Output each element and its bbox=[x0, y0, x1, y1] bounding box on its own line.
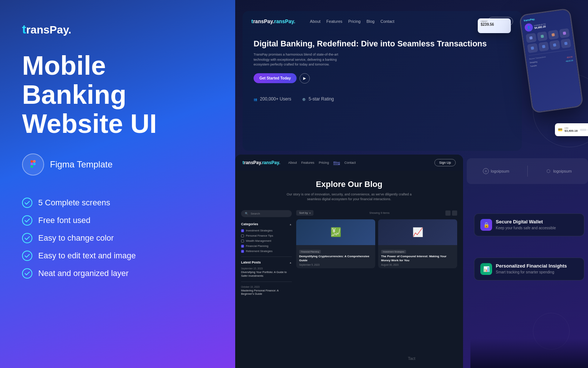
grid-view-icon[interactable] bbox=[445, 210, 451, 216]
svg-rect-1 bbox=[33, 160, 36, 163]
blog-divider-2 bbox=[241, 282, 292, 282]
preview-logo: transPay.ransPay. bbox=[251, 18, 295, 24]
phone-grid bbox=[526, 28, 571, 53]
preview-stat-1: 👥 200,000+ Users bbox=[254, 96, 291, 102]
blog-category-label-1: Investment Strategies bbox=[246, 229, 273, 232]
preview-cta-button[interactable]: Get Started Today bbox=[254, 73, 297, 83]
blog-card-1[interactable]: 💹 Financial Planning Demystifying Crypto… bbox=[296, 219, 375, 268]
blog-category-5[interactable]: ✓ Retirement Strategies bbox=[241, 250, 292, 253]
blog-preview: transPay.ransPay. About Features Pricing… bbox=[235, 155, 463, 368]
preview-nav-pricing[interactable]: Pricing bbox=[348, 19, 361, 24]
preview-play-button[interactable]: ▶ bbox=[300, 73, 310, 84]
phone-screen: transPay. 👤 KARMA BYTE $4,682.20 bbox=[520, 9, 582, 112]
blog-nav-features[interactable]: Features bbox=[301, 161, 315, 165]
preview-cta-row: Get Started Today ▶ bbox=[254, 73, 511, 84]
check-icon-5 bbox=[22, 268, 32, 279]
blog-sidebar: 🔍 Search Categories ▲ ✓ Investment Strat… bbox=[241, 210, 296, 299]
feature-card-insights-title: Personalized Financial Insights bbox=[496, 263, 567, 269]
list-view-icon[interactable] bbox=[452, 210, 457, 216]
blog-card-2[interactable]: 📈 Investment Strategies The Power of Com… bbox=[378, 219, 457, 268]
phone-grid-item-3 bbox=[548, 30, 559, 40]
card-float-credit: CREDIT $239.56 bbox=[478, 18, 511, 33]
figma-label: Figma Template bbox=[50, 159, 112, 170]
blog-nav-about[interactable]: About bbox=[288, 161, 297, 165]
feature-text-4: Easy to edit text and image bbox=[38, 251, 136, 261]
main-title: Mobile Banking Website UI bbox=[22, 51, 213, 139]
feature-card-insights-info: Personalized Financial Insights Smart tr… bbox=[496, 263, 567, 275]
insights-icon: 📊 bbox=[480, 263, 492, 275]
phone-grid-item-5 bbox=[527, 43, 538, 53]
logoipsum-2: ⬡ logoipsum bbox=[545, 168, 571, 174]
feature-item-2: Free font used bbox=[22, 215, 213, 226]
svg-rect-3 bbox=[31, 165, 33, 168]
feature-item-5: Neat and organized layer bbox=[22, 268, 213, 279]
svg-point-9 bbox=[22, 269, 32, 278]
blog-nav-contact[interactable]: Contact bbox=[344, 161, 356, 165]
blog-category-4[interactable]: ✓ Financial Planning bbox=[241, 244, 292, 248]
preview-nav-about[interactable]: About bbox=[310, 19, 320, 24]
phone-grid-item-2 bbox=[537, 31, 548, 41]
left-panel: transPay. Mobile Banking Website UI Figm… bbox=[0, 0, 235, 368]
blog-card-2-date: August 30, 2023 bbox=[381, 263, 454, 266]
feature-card-secure-title: Secure Digital Wallet bbox=[496, 219, 556, 224]
blog-category-label-5: Retirement Strategies bbox=[246, 250, 273, 253]
blog-categories-title: Categories ▲ bbox=[241, 222, 292, 226]
blog-view-icons bbox=[445, 210, 457, 216]
logo-strip: ◎ logoipsum ⬡ logoipsum bbox=[467, 158, 588, 184]
search-placeholder: Search bbox=[251, 212, 260, 215]
blog-sort-dropdown[interactable]: Sort by ▾ bbox=[296, 210, 313, 216]
blog-card-2-tag: Investment Strategies bbox=[381, 250, 406, 254]
blog-divider bbox=[241, 256, 292, 257]
phone-grid-item-4 bbox=[559, 28, 570, 38]
feature-item-3: Easy to change color bbox=[22, 233, 213, 243]
svg-point-8 bbox=[22, 251, 32, 261]
blog-category-checkbox-1[interactable]: ✓ bbox=[241, 229, 244, 232]
blog-category-1[interactable]: ✓ Investment Strategies bbox=[241, 229, 292, 232]
phone-main: transPay. 👤 KARMA BYTE $4,682.20 bbox=[519, 8, 584, 114]
blog-post-2-title: Mastering Personal Finance: A Beginner's… bbox=[241, 289, 292, 296]
blog-category-checkbox-2[interactable] bbox=[241, 234, 244, 237]
blog-category-2[interactable]: Personal Finance Tips bbox=[241, 234, 292, 237]
blog-post-2[interactable]: October 10, 2023 Mastering Personal Fina… bbox=[241, 286, 292, 296]
feature-card-secure-header: 🔒 Secure Digital Wallet Keep your funds … bbox=[480, 219, 578, 231]
svg-point-6 bbox=[22, 216, 32, 225]
preview-nav-contact[interactable]: Contact bbox=[380, 19, 394, 24]
blog-post-1-title: Diversifying Your Portfolio: A Guide to … bbox=[241, 270, 292, 278]
blog-card-1-title: Demystifying Cryptocurrencies: A Compreh… bbox=[299, 255, 372, 262]
blog-hero: Explore Our Blog Our story is one of inn… bbox=[235, 171, 463, 206]
svg-point-7 bbox=[22, 233, 32, 243]
preview-nav-features[interactable]: Features bbox=[326, 19, 342, 24]
features-list: 5 Complete screens Free font used Easy t… bbox=[22, 198, 213, 279]
search-icon: 🔍 bbox=[245, 212, 248, 215]
blog-title: Explore Our Blog bbox=[243, 180, 456, 189]
blog-category-3[interactable]: Wealth Management bbox=[241, 239, 292, 243]
blog-category-checkbox-3[interactable] bbox=[241, 240, 244, 243]
right-area: transPay.ransPay. About Features Pricing… bbox=[235, 0, 588, 368]
logoipsum-2-icon: ⬡ bbox=[545, 168, 551, 174]
blog-category-checkbox-5[interactable]: ✓ bbox=[241, 250, 244, 253]
preview-nav-blog[interactable]: Blog bbox=[366, 19, 374, 24]
preview-stat-2: ⚙️ 5-star Rating bbox=[302, 96, 334, 102]
check-icon-1 bbox=[22, 198, 32, 208]
blog-nav-blog[interactable]: Blog bbox=[333, 161, 340, 165]
blog-category-label-2: Personal Finance Tips bbox=[246, 234, 273, 237]
logoipsum-1-icon: ◎ bbox=[483, 168, 489, 174]
card-float-credit-amount: $239.56 bbox=[481, 22, 508, 26]
blog-post-1[interactable]: September 15, 2023 Diversifying Your Por… bbox=[241, 267, 292, 278]
blog-content: 🔍 Search Categories ▲ ✓ Investment Strat… bbox=[235, 210, 463, 299]
card-float-usd: 💳 USD $3,400.18 bbox=[555, 123, 588, 136]
preview-hero-text: Digital Banking, Redefined: Dive into Se… bbox=[254, 39, 511, 84]
feature-card-insights-header: 📊 Personalized Financial Insights Smart … bbox=[480, 263, 578, 275]
phone-grid-item-1 bbox=[526, 33, 537, 43]
blog-card-1-body: Financial Planning Demystifying Cryptocu… bbox=[296, 245, 375, 268]
feature-item-4: Easy to edit text and image bbox=[22, 251, 213, 261]
blog-signup-button[interactable]: Sign Up bbox=[434, 159, 456, 166]
feature-card-secure-info: Secure Digital Wallet Keep your funds sa… bbox=[496, 219, 556, 231]
latest-posts-arrow-icon: ▲ bbox=[289, 261, 292, 264]
svg-rect-2 bbox=[31, 163, 33, 165]
feature-text-3: Easy to change color bbox=[38, 233, 114, 243]
blog-category-checkbox-4[interactable]: ✓ bbox=[241, 245, 244, 248]
blog-nav-pricing[interactable]: Pricing bbox=[319, 161, 329, 165]
bottom-fade bbox=[470, 339, 588, 368]
blog-search[interactable]: 🔍 Search bbox=[241, 210, 292, 217]
